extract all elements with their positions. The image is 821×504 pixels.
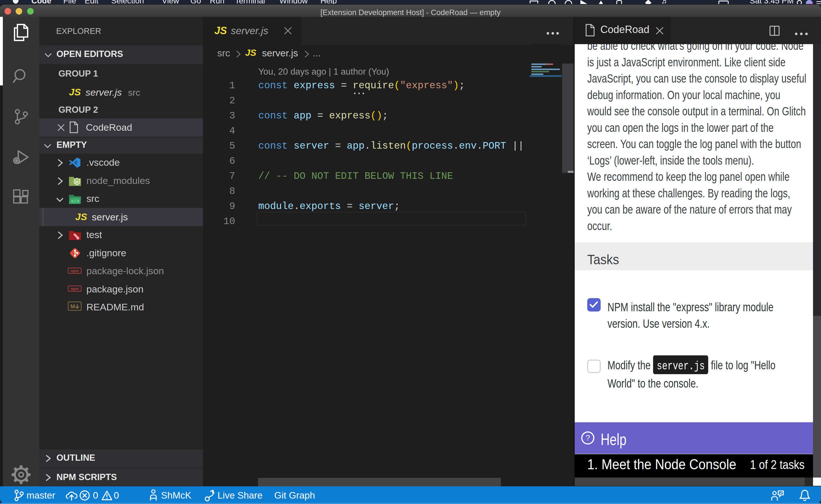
svg-text:npm: npm <box>70 286 79 291</box>
svg-text:npm: npm <box>70 269 79 273</box>
svg-text:js: js <box>75 179 79 184</box>
svg-text:</>: </> <box>71 199 79 204</box>
svg-text:?: ? <box>585 433 590 442</box>
svg-text:M: M <box>70 303 75 310</box>
